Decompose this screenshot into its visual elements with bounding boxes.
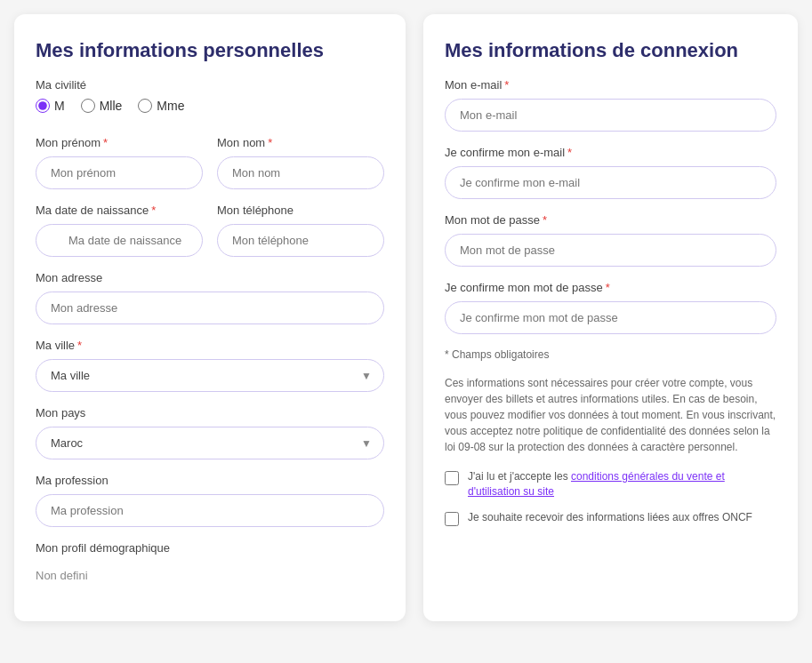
civilite-label: Ma civilité <box>36 78 384 92</box>
ville-group: Ma ville* Ma ville ▼ <box>36 339 384 392</box>
email-confirm-input[interactable] <box>445 166 776 199</box>
email-label: Mon e-mail* <box>445 78 776 92</box>
email-required: * <box>504 78 509 92</box>
profil-label: Mon profil démographique <box>36 541 384 555</box>
password-confirm-label: Je confirme mon mot de passe* <box>445 281 776 294</box>
info-text: Ces informations sont nécessaires pour c… <box>445 375 776 455</box>
page-wrapper: Mes informations personnelles Ma civilit… <box>14 14 798 621</box>
adresse-group: Mon adresse <box>36 271 384 324</box>
left-section-title: Mes informations personnelles <box>36 39 384 62</box>
prenom-nom-row: Mon prénom* Mon nom* <box>36 136 384 189</box>
required-note: * Champs obligatoires <box>445 348 776 361</box>
right-card: Mes informations de connexion Mon e-mail… <box>423 14 798 621</box>
pays-select-wrapper: Maroc ▼ <box>36 427 384 459</box>
password-confirm-required: * <box>606 281 610 294</box>
nom-required: * <box>268 136 272 149</box>
adresse-label: Mon adresse <box>36 271 384 284</box>
radio-mlle-label: Mlle <box>100 99 123 113</box>
email-group: Mon e-mail* <box>445 78 776 132</box>
password-confirm-group: Je confirme mon mot de passe* <box>445 281 776 334</box>
checkbox-oncf-group: Je souhaite recevoir des informations li… <box>445 510 776 526</box>
profession-group: Ma profession <box>36 474 384 527</box>
nom-input[interactable] <box>217 156 384 189</box>
right-section-title: Mes informations de connexion <box>445 39 776 62</box>
password-input[interactable] <box>445 234 776 267</box>
telephone-group: Mon téléphone <box>217 204 384 257</box>
radio-mme[interactable]: Mme <box>138 99 184 113</box>
ville-required: * <box>77 339 82 352</box>
checkbox-oncf-label: Je souhaite recevoir des informations li… <box>468 510 752 525</box>
password-required: * <box>543 213 547 227</box>
radio-mlle[interactable]: Mlle <box>81 99 123 113</box>
civilite-radio-group: M Mlle Mme <box>36 99 384 113</box>
pays-label: Mon pays <box>36 406 384 419</box>
password-confirm-input[interactable] <box>445 301 776 334</box>
prenom-required: * <box>103 136 108 149</box>
radio-mme-input[interactable] <box>138 99 152 113</box>
password-group: Mon mot de passe* <box>445 213 776 267</box>
prenom-label: Mon prénom* <box>36 136 203 149</box>
radio-m-label: M <box>54 99 65 113</box>
checkbox-cgu-input[interactable] <box>445 471 459 485</box>
date-label: Ma date de naissance* <box>36 204 203 217</box>
pays-group: Mon pays Maroc ▼ <box>36 406 384 459</box>
ville-select-wrapper: Ma ville ▼ <box>36 359 384 392</box>
email-confirm-group: Je confirme mon e-mail* <box>445 146 776 199</box>
date-tel-row: Ma date de naissance* 📅 Mon téléphone <box>36 204 384 257</box>
nom-label: Mon nom* <box>217 136 384 149</box>
checkbox-cgu-label: J'ai lu et j'accepte les conditions géné… <box>468 469 776 499</box>
civilite-group: Ma civilité M Mlle Mme <box>36 78 384 131</box>
profession-input[interactable] <box>36 494 384 527</box>
nom-group: Mon nom* <box>217 136 384 189</box>
email-confirm-required: * <box>567 146 572 159</box>
prenom-group: Mon prénom* <box>36 136 203 189</box>
left-card: Mes informations personnelles Ma civilit… <box>14 14 406 621</box>
ville-label: Ma ville* <box>36 339 384 352</box>
profil-value: Non defini <box>36 569 384 582</box>
telephone-input[interactable] <box>217 224 384 257</box>
checkbox-oncf-input[interactable] <box>445 512 459 526</box>
email-input[interactable] <box>445 99 776 132</box>
radio-m[interactable]: M <box>36 99 65 113</box>
date-input[interactable] <box>36 224 203 257</box>
prenom-input[interactable] <box>36 156 203 189</box>
profil-group: Mon profil démographique Non defini <box>36 541 384 582</box>
date-input-wrapper: 📅 <box>36 224 203 257</box>
pays-select[interactable]: Maroc <box>36 427 384 459</box>
profession-label: Ma profession <box>36 474 384 487</box>
telephone-label: Mon téléphone <box>217 204 384 217</box>
date-group: Ma date de naissance* 📅 <box>36 204 203 257</box>
checkbox-cgu-group: J'ai lu et j'accepte les conditions géné… <box>445 469 776 499</box>
radio-mme-label: Mme <box>157 99 184 113</box>
adresse-input[interactable] <box>36 292 384 324</box>
radio-m-input[interactable] <box>36 99 50 113</box>
ville-select[interactable]: Ma ville <box>36 359 384 392</box>
radio-mlle-input[interactable] <box>81 99 95 113</box>
date-required: * <box>151 204 156 217</box>
password-label: Mon mot de passe* <box>445 213 776 227</box>
email-confirm-label: Je confirme mon e-mail* <box>445 146 776 159</box>
